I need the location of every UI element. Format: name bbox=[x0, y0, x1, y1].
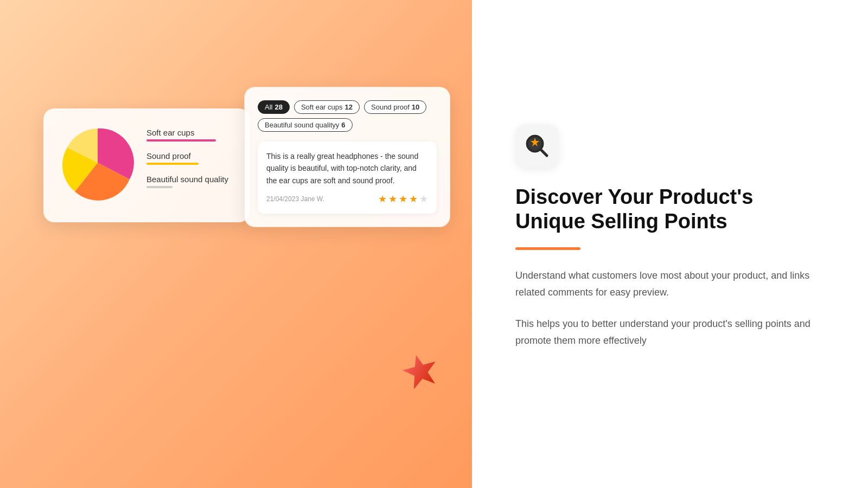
orange-divider bbox=[515, 247, 580, 250]
pie-chart bbox=[60, 125, 136, 201]
tag-beautiful-label: Beautiful sound qualityy bbox=[265, 121, 339, 129]
tag-sound-proof[interactable]: Sound proof 10 bbox=[364, 100, 426, 114]
legend-bar-sound bbox=[146, 163, 199, 165]
star-3: ★ bbox=[399, 193, 407, 205]
star-5: ★ bbox=[419, 193, 428, 205]
star-4: ★ bbox=[409, 193, 418, 205]
app-icon bbox=[515, 124, 559, 168]
tag-sound-count: 10 bbox=[412, 103, 419, 111]
tag-all-count: 28 bbox=[275, 103, 282, 111]
pie-chart-card: Soft ear cups Sound proof Beautiful soun… bbox=[43, 108, 250, 222]
tag-all[interactable]: All 28 bbox=[258, 100, 290, 114]
tag-beautiful-sound[interactable]: Beautiful sound qualityy 6 bbox=[258, 118, 353, 132]
title-line-2: Unique Selling Points bbox=[515, 210, 727, 233]
main-title: Discover Your Product's Unique Selling P… bbox=[515, 185, 825, 234]
legend-bar-soft bbox=[146, 139, 216, 142]
review-date: 21/04/2023 Jane W. bbox=[266, 195, 324, 203]
description-2: This helps you to better understand your… bbox=[515, 316, 825, 349]
review-card: All 28 Soft ear cups 12 Sound proof 10 B… bbox=[244, 87, 450, 227]
tag-beautiful-count: 6 bbox=[341, 121, 345, 129]
star-rating: ★ ★ ★ ★ ★ bbox=[378, 193, 428, 205]
star-3d-decoration bbox=[401, 352, 439, 390]
star-1: ★ bbox=[378, 193, 387, 205]
tag-sound-label: Sound proof bbox=[371, 103, 410, 111]
review-text: This is a really great headphones - the … bbox=[266, 150, 428, 187]
legend-sound-quality: Beautiful sound quality bbox=[146, 175, 233, 188]
star-2: ★ bbox=[388, 193, 397, 205]
legend-sound-proof: Sound proof bbox=[146, 151, 233, 165]
legend-soft-ear-cups: Soft ear cups bbox=[146, 128, 233, 142]
tag-soft-label: Soft ear cups bbox=[301, 103, 343, 111]
svg-marker-0 bbox=[401, 352, 439, 390]
pie-legend: Soft ear cups Sound proof Beautiful soun… bbox=[146, 128, 233, 198]
right-panel: Discover Your Product's Unique Selling P… bbox=[472, 0, 868, 488]
tag-soft-ear-cups[interactable]: Soft ear cups 12 bbox=[294, 100, 360, 114]
review-content: This is a really great headphones - the … bbox=[258, 142, 437, 214]
description-1: Understand what customers love most abou… bbox=[515, 267, 825, 300]
legend-bar-quality bbox=[146, 186, 173, 188]
left-panel: Soft ear cups Sound proof Beautiful soun… bbox=[0, 0, 472, 488]
tag-soft-count: 12 bbox=[345, 103, 353, 111]
title-line-1: Discover Your Product's bbox=[515, 185, 753, 208]
review-meta: 21/04/2023 Jane W. ★ ★ ★ ★ ★ bbox=[266, 193, 428, 205]
tag-all-label: All bbox=[265, 103, 272, 111]
svg-line-3 bbox=[541, 150, 547, 156]
review-tags: All 28 Soft ear cups 12 Sound proof 10 B… bbox=[258, 100, 437, 132]
